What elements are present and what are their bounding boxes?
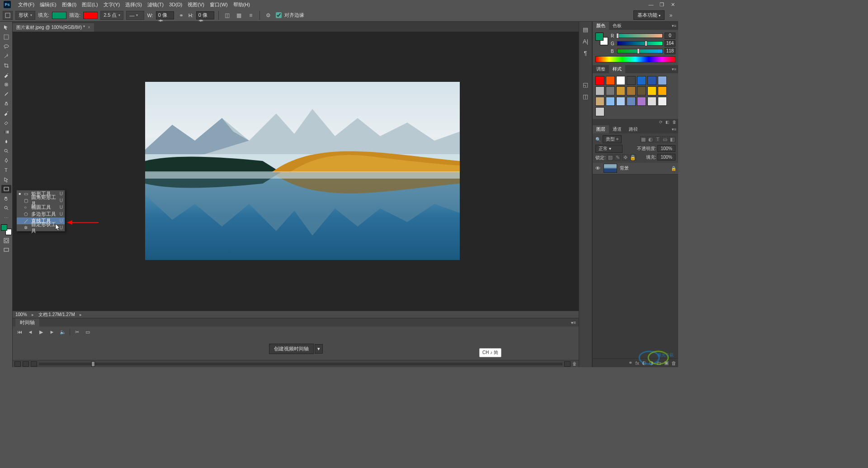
flyout-rounded-rectangle-tool[interactable]: ▢ 圆角矩形工具 U xyxy=(17,197,65,204)
magic-wand-tool[interactable] xyxy=(1,52,11,60)
zoom-level[interactable]: 100% xyxy=(15,312,27,317)
menu-3d[interactable]: 3D(D) xyxy=(166,1,185,8)
b-slider[interactable] xyxy=(617,49,663,53)
timeline-audio-icon[interactable]: 🔈 xyxy=(59,328,67,336)
panel-icon[interactable]: ◧ xyxy=(665,120,670,124)
restore-button[interactable]: ❐ xyxy=(656,1,667,8)
layer-filter-kind[interactable]: 类型 ÷ xyxy=(603,135,622,143)
filter-smart-icon[interactable]: ◧ xyxy=(669,136,675,142)
style-swatch[interactable] xyxy=(627,86,636,95)
timeline-split-icon[interactable]: ✂ xyxy=(73,328,81,336)
color-spectrum[interactable] xyxy=(595,56,675,62)
timeline-trash-icon[interactable]: 🗑 xyxy=(572,361,577,366)
foreground-background-colors[interactable] xyxy=(1,224,12,235)
crop-tool[interactable] xyxy=(1,61,11,70)
eraser-tool[interactable] xyxy=(1,118,11,127)
menu-view[interactable]: 视图(V) xyxy=(185,0,207,9)
style-swatch[interactable] xyxy=(647,76,656,85)
shape-mode-dropdown[interactable]: 形状 xyxy=(15,11,35,20)
style-swatch[interactable] xyxy=(637,76,646,85)
link-layers-icon[interactable]: ⚭ xyxy=(628,360,632,366)
opacity-input[interactable]: 100% xyxy=(657,145,675,152)
rectangle-tool[interactable] xyxy=(1,185,11,193)
tab-swatches[interactable]: 色板 xyxy=(609,22,625,30)
stroke-width-dropdown[interactable]: 2.5 点 xyxy=(100,11,123,20)
flyout-ellipse-tool[interactable]: ○ 椭圆工具 U xyxy=(17,204,65,211)
gradient-tool[interactable] xyxy=(1,128,11,136)
g-slider[interactable] xyxy=(617,41,663,46)
filter-type-icon[interactable]: T xyxy=(655,136,661,142)
lock-paint-icon[interactable]: ✎ xyxy=(614,154,621,161)
menu-window[interactable]: 窗口(W) xyxy=(207,0,231,9)
style-swatch[interactable] xyxy=(616,76,625,85)
panel-menu-icon[interactable]: ▾≡ xyxy=(672,127,678,132)
zoom-arrow-icon[interactable]: ▸ xyxy=(32,312,34,317)
menu-select[interactable]: 选择(S) xyxy=(123,0,145,9)
tab-adjustments[interactable]: 调整 xyxy=(593,65,609,73)
lock-transp-icon[interactable]: ▨ xyxy=(607,154,613,161)
workspace-switcher[interactable]: 基本功能 ▾ xyxy=(633,10,665,20)
tab-channels[interactable]: 通道 xyxy=(609,125,625,133)
panel-icon[interactable]: 🗑 xyxy=(672,120,676,124)
flyout-custom-shape-tool[interactable]: ✲ 自定形状工具 U xyxy=(17,224,65,231)
timeline-footer-btn[interactable] xyxy=(564,361,571,367)
menu-file[interactable]: 文件(F) xyxy=(15,0,37,9)
menu-image[interactable]: 图像(I) xyxy=(59,0,79,9)
style-swatch[interactable] xyxy=(658,76,667,85)
style-swatch[interactable] xyxy=(637,97,646,106)
lasso-tool[interactable] xyxy=(1,43,11,51)
path-align-icon[interactable]: ▦ xyxy=(235,11,244,19)
style-swatch[interactable] xyxy=(647,86,656,95)
pen-tool[interactable] xyxy=(1,156,11,165)
style-swatch[interactable] xyxy=(606,86,615,95)
filter-pixel-icon[interactable]: ▦ xyxy=(640,136,646,142)
paragraph-panel-icon[interactable]: ¶ xyxy=(580,48,590,58)
tab-color[interactable]: 颜色 xyxy=(593,22,609,30)
hand-tool[interactable] xyxy=(1,194,11,203)
marquee-tool[interactable] xyxy=(1,33,11,41)
timeline-footer-btn[interactable] xyxy=(14,361,21,367)
blend-mode-dropdown[interactable]: 正常 ▾ xyxy=(595,145,623,153)
panel-icon[interactable]: ⟳ xyxy=(659,120,663,124)
timeline-menu-icon[interactable]: ▾≡ xyxy=(571,320,579,325)
path-selection-tool[interactable] xyxy=(1,175,11,184)
align-edges-checkbox[interactable] xyxy=(276,12,282,18)
panel-menu-icon[interactable]: ▾≡ xyxy=(672,24,678,28)
timeline-footer-btn[interactable] xyxy=(31,361,37,367)
style-swatch[interactable] xyxy=(658,86,667,95)
menu-layer[interactable]: 图层(L) xyxy=(79,0,100,9)
edit-toolbar-icon[interactable]: ⋯ xyxy=(1,213,11,222)
move-tool[interactable] xyxy=(1,24,11,32)
menu-edit[interactable]: 编辑(E) xyxy=(37,0,59,9)
layer-name[interactable]: 背景 xyxy=(620,165,668,171)
close-tab-icon[interactable]: × xyxy=(88,25,90,30)
close-button[interactable]: ✕ xyxy=(667,1,678,8)
flyout-polygon-tool[interactable]: ⬠ 多边形工具 U xyxy=(17,211,65,217)
timeline-first-frame-icon[interactable]: ⏮ xyxy=(15,328,24,336)
tab-layers[interactable]: 图层 xyxy=(593,125,609,133)
create-timeline-dropdown[interactable]: ▾ xyxy=(315,344,323,354)
style-swatch[interactable] xyxy=(658,97,667,106)
layer-thumbnail[interactable] xyxy=(604,164,617,173)
history-panel-icon[interactable]: ▤ xyxy=(580,24,590,34)
blur-tool[interactable] xyxy=(1,137,11,146)
panel-menu-icon[interactable]: ▾≡ xyxy=(672,67,678,71)
timeline-play-icon[interactable]: ▶ xyxy=(37,328,45,336)
healing-brush-tool[interactable] xyxy=(1,80,11,89)
timeline-zoom-slider[interactable] xyxy=(39,363,562,365)
stroke-style-dropdown[interactable]: — xyxy=(126,11,144,20)
tab-paths[interactable]: 路径 xyxy=(625,125,642,133)
brush-panel-icon[interactable]: ◱ xyxy=(580,80,590,90)
b-value[interactable]: 118 xyxy=(665,48,675,54)
clone-stamp-tool[interactable] xyxy=(1,99,11,108)
history-brush-tool[interactable] xyxy=(1,109,11,117)
menu-type[interactable]: 文字(Y) xyxy=(101,0,123,9)
g-value[interactable]: 164 xyxy=(665,40,675,47)
timeline-tab[interactable]: 时间轴 xyxy=(15,318,39,327)
lock-all-icon[interactable]: 🔒 xyxy=(630,154,636,161)
zoom-tool[interactable] xyxy=(1,204,11,212)
dodge-tool[interactable] xyxy=(1,147,11,155)
menu-filter[interactable]: 滤镜(T) xyxy=(145,0,166,9)
minimize-button[interactable]: — xyxy=(646,1,656,8)
character-panel-icon[interactable]: A| xyxy=(580,36,590,46)
